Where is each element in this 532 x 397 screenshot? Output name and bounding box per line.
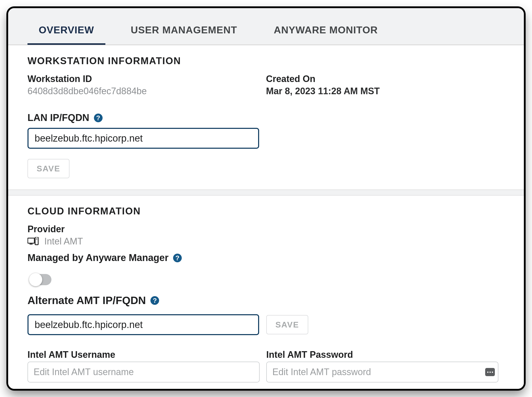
label-workstation-id: Workstation ID bbox=[27, 74, 254, 84]
label-alt-amt-ip-fqdn: Alternate AMT IP/FQDN ? bbox=[27, 294, 159, 307]
password-manager-icon[interactable] bbox=[485, 368, 495, 376]
label-created-on: Created On bbox=[266, 74, 492, 84]
input-amt-username[interactable] bbox=[27, 362, 260, 382]
label-provider: Provider bbox=[27, 224, 505, 235]
svg-rect-0 bbox=[28, 238, 34, 243]
app-window: OVERVIEW USER MANAGEMENT ANYWARE MONITOR… bbox=[7, 7, 525, 390]
input-amt-password[interactable] bbox=[266, 362, 498, 382]
input-alt-amt-ip-fqdn[interactable] bbox=[27, 314, 259, 335]
tab-bar: OVERVIEW USER MANAGEMENT ANYWARE MONITOR bbox=[8, 8, 524, 45]
workstation-icon bbox=[27, 237, 39, 246]
help-icon[interactable]: ? bbox=[150, 296, 159, 305]
tab-user-management[interactable]: USER MANAGEMENT bbox=[120, 20, 248, 45]
workstation-info-row: Workstation ID 6408d3d8dbe046fec7d884be … bbox=[27, 74, 505, 97]
label-managed-by: Managed by Anyware Manager ? bbox=[27, 252, 182, 263]
input-lan-ip-fqdn[interactable] bbox=[27, 128, 259, 149]
help-icon[interactable]: ? bbox=[94, 114, 103, 122]
svg-rect-2 bbox=[35, 237, 38, 245]
tab-anyware-monitor[interactable]: ANYWARE MONITOR bbox=[263, 20, 389, 45]
toggle-managed-by-anyware[interactable] bbox=[31, 274, 51, 285]
save-lan-button[interactable]: SAVE bbox=[27, 159, 69, 178]
value-workstation-id: 6408d3d8dbe046fec7d884be bbox=[27, 86, 254, 97]
help-icon[interactable]: ? bbox=[173, 254, 182, 262]
section-title-workstation-info: WORKSTATION INFORMATION bbox=[27, 56, 505, 66]
label-amt-username: Intel AMT Username bbox=[27, 349, 260, 360]
panel-cloud-info: CLOUD INFORMATION Provider Intel AMT bbox=[8, 195, 524, 390]
tab-overview[interactable]: OVERVIEW bbox=[27, 20, 105, 45]
label-managed-by-text: Managed by Anyware Manager bbox=[27, 252, 169, 263]
label-lan-ip-fqdn: LAN IP/FQDN ? bbox=[27, 112, 103, 123]
section-title-cloud-info: CLOUD INFORMATION bbox=[27, 206, 505, 217]
label-alt-amt-ip-fqdn-text: Alternate AMT IP/FQDN bbox=[27, 294, 146, 307]
label-lan-ip-fqdn-text: LAN IP/FQDN bbox=[27, 112, 89, 123]
panel-workstation-info: WORKSTATION INFORMATION Workstation ID 6… bbox=[8, 45, 524, 190]
label-amt-password: Intel AMT Password bbox=[266, 349, 498, 360]
save-alt-amt-button[interactable]: SAVE bbox=[266, 315, 308, 334]
value-created-on: Mar 8, 2023 11:28 AM MST bbox=[266, 86, 492, 97]
value-provider: Intel AMT bbox=[44, 236, 83, 247]
svg-rect-3 bbox=[36, 239, 37, 239]
toggle-knob bbox=[29, 273, 42, 286]
svg-rect-1 bbox=[30, 244, 33, 244]
